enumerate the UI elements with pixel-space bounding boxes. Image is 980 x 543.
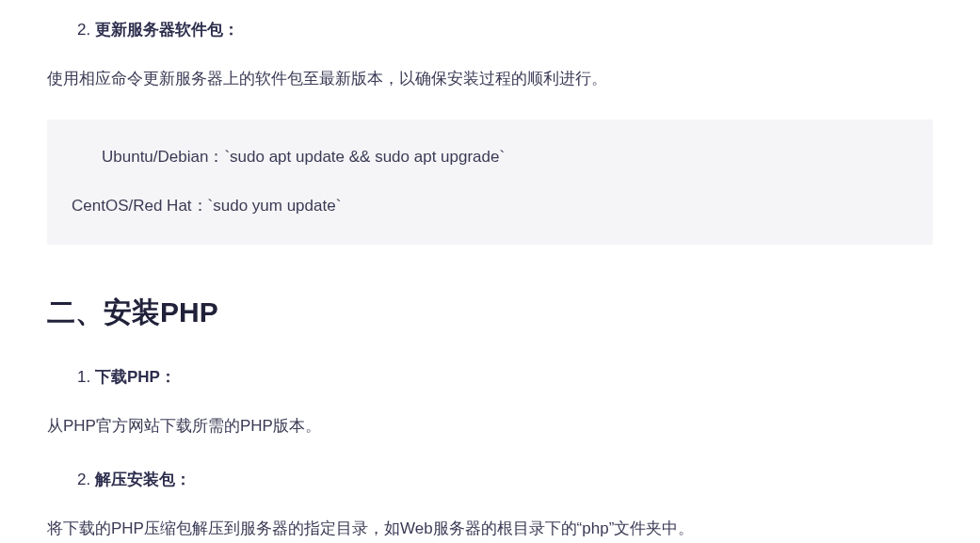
list-number: 2. (77, 471, 95, 488)
list-item-extract-package: 2. 解压安装包： (47, 467, 933, 494)
list-title: 解压安装包： (95, 471, 191, 488)
list-number: 1. (77, 368, 95, 386)
list-title: 下载PHP： (95, 368, 176, 386)
list-item-download-php: 1. 下载PHP： (47, 364, 933, 391)
paragraph-update-desc: 使用相应命令更新服务器上的软件包至最新版本，以确保安装过程的顺利进行。 (47, 65, 933, 94)
list-number: 2. (77, 21, 95, 39)
section-heading-install-php: 二、安装PHP (47, 294, 933, 332)
code-block-update-commands: Ubuntu/Debian：`sudo apt update && sudo a… (47, 120, 933, 244)
code-line-ubuntu: Ubuntu/Debian：`sudo apt update && sudo a… (102, 144, 908, 169)
list-title: 更新服务器软件包： (95, 21, 239, 39)
paragraph-extract-desc: 将下载的PHP压缩包解压到服务器的指定目录，如Web服务器的根目录下的“php”… (47, 515, 933, 543)
paragraph-download-desc: 从PHP官方网站下载所需的PHP版本。 (47, 412, 933, 441)
code-line-centos: CentOS/Red Hat：`sudo yum update` (72, 193, 908, 218)
list-item-update-packages: 2. 更新服务器软件包： (47, 17, 933, 44)
